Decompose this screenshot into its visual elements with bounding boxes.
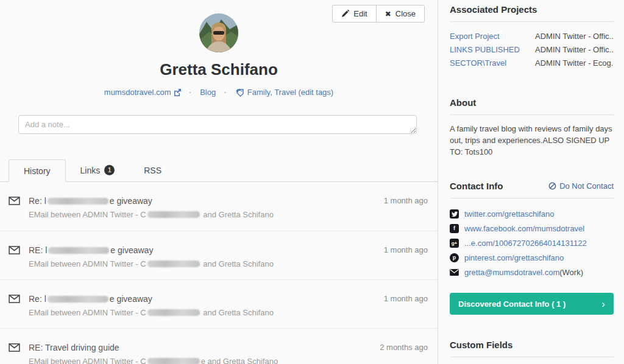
project-row: SECTOR\Travel ADMIN Twitter - Ecog... — [450, 57, 614, 70]
sidebar: Associated Projects Export Project ADMIN… — [439, 0, 624, 364]
redacted-text — [147, 261, 200, 267]
contact-info-title: Contact Info — [450, 181, 503, 191]
links-count-badge: 1 — [104, 165, 115, 175]
facebook-icon: f — [450, 224, 459, 233]
tab-links-label: Links — [80, 166, 101, 175]
website-link[interactable]: mumsdotravel.com — [104, 88, 171, 97]
close-button[interactable]: ✖ Close — [376, 5, 425, 23]
twitter-icon — [450, 209, 459, 219]
project-value: ADMIN Twitter - Ecog... — [535, 57, 614, 70]
divider — [450, 21, 614, 22]
projects-list: Export Project ADMIN Twitter - Offic... … — [450, 30, 614, 70]
history-timestamp: 1 month ago — [384, 294, 428, 303]
project-link[interactable]: LINKS PUBLISHED — [450, 43, 535, 57]
tab-history[interactable]: History — [9, 159, 66, 182]
contact-row: p pinterest.com/grettaschifano — [450, 250, 614, 265]
contact-row: f www.facebook.com/mumsdotravel — [450, 221, 614, 236]
divider — [450, 357, 614, 357]
header-actions: Edit ✖ Close — [332, 5, 425, 23]
redacted-text — [147, 211, 200, 218]
email-icon — [9, 343, 20, 352]
history-title: Re: le giveaway — [29, 294, 377, 304]
project-link[interactable]: SECTOR\Travel — [450, 57, 535, 70]
tab-rss-label: RSS — [144, 166, 161, 175]
about-text: A family travel blog with reviews of fam… — [450, 123, 614, 158]
contact-detail-panel: Edit ✖ Close Gretta Schifano mumsdotrave… — [0, 0, 438, 364]
email-icon — [450, 268, 459, 277]
edit-button-label: Edit — [353, 9, 367, 18]
history-subtitle: EMail between ADMIN Twitter - C and Gret… — [29, 259, 377, 268]
contact-link[interactable]: twitter.com/grettaschifano — [464, 209, 554, 219]
history-item[interactable]: Re: le giveaway EMail between ADMIN Twit… — [0, 182, 438, 231]
tab-bar: History Links 1 RSS — [0, 159, 438, 182]
profile-meta: mumsdotravel.com · Blog · Family, Travel… — [0, 88, 438, 97]
tags-link[interactable]: Family, Travel (edit tags) — [247, 88, 333, 97]
edit-button[interactable]: Edit — [332, 5, 376, 23]
contact-row: g+ ...e.com/100672702664014131122 — [450, 236, 614, 250]
project-link[interactable]: Export Project — [450, 30, 535, 43]
redacted-text — [48, 296, 108, 303]
history-item[interactable]: Re: le giveaway EMail between ADMIN Twit… — [0, 279, 438, 328]
associated-projects-title: Associated Projects — [450, 4, 614, 15]
about-title: About — [450, 97, 614, 108]
history-timestamp: 2 months ago — [380, 343, 428, 352]
chevron-right-icon: › — [601, 299, 605, 309]
contact-row: twitter.com/grettaschifano — [450, 206, 614, 221]
redacted-text — [48, 198, 108, 205]
email-icon — [9, 295, 20, 303]
discovered-contact-info-label: Discovered Contact Info ( 1 ) — [458, 299, 566, 309]
redacted-text — [147, 309, 200, 316]
meta-separator: · — [189, 88, 191, 97]
history-item[interactable]: RE: Travel driving guide EMail between A… — [0, 328, 438, 364]
history-item[interactable]: RE: le giveaway EMail between ADMIN Twit… — [0, 231, 438, 279]
pinterest-icon: p — [450, 253, 459, 262]
tab-links[interactable]: Links 1 — [66, 159, 130, 181]
do-not-contact-link[interactable]: Do Not Contact — [548, 181, 614, 191]
category-link[interactable]: Blog — [200, 88, 216, 97]
meta-separator: · — [224, 88, 227, 97]
discovered-contact-info-button[interactable]: Discovered Contact Info ( 1 ) › — [450, 293, 614, 315]
external-link-icon — [174, 89, 181, 96]
custom-fields-title: Custom Fields — [450, 340, 614, 350]
history-title: Re: le giveaway — [29, 196, 377, 206]
redacted-text — [147, 358, 200, 364]
history-list: Re: le giveaway EMail between ADMIN Twit… — [0, 182, 438, 364]
contact-link[interactable]: pinterest.com/grettaschifano — [464, 253, 564, 262]
project-row: Export Project ADMIN Twitter - Offic... — [450, 30, 614, 43]
do-not-contact-icon — [548, 182, 556, 190]
contact-link[interactable]: gretta@mumsdotravel.com — [464, 268, 559, 277]
contact-link[interactable]: www.facebook.com/mumsdotravel — [464, 224, 584, 233]
contact-link[interactable]: ...e.com/100672702664014131122 — [464, 239, 587, 248]
redacted-text — [48, 247, 109, 254]
history-title: RE: Travel driving guide — [29, 343, 372, 352]
project-row: LINKS PUBLISHED ADMIN Twitter - Offic... — [450, 43, 614, 57]
email-icon — [9, 246, 20, 254]
divider — [450, 198, 614, 198]
history-subtitle: EMail between ADMIN Twitter - C and Gret… — [29, 210, 377, 219]
tab-history-label: History — [24, 166, 51, 176]
note-input[interactable] — [18, 115, 417, 134]
pencil-icon — [341, 10, 349, 18]
project-value: ADMIN Twitter - Offic... — [535, 43, 614, 57]
email-icon — [9, 197, 20, 205]
history-title: RE: le giveaway — [29, 245, 377, 255]
project-value: ADMIN Twitter - Offic... — [535, 30, 614, 43]
history-subtitle: EMail between ADMIN Twitter - C and Gret… — [29, 308, 377, 317]
avatar — [199, 13, 238, 52]
history-timestamp: 1 month ago — [384, 196, 428, 205]
tab-rss[interactable]: RSS — [129, 159, 176, 181]
contact-row: gretta@mumsdotravel.com (Work) — [450, 265, 614, 279]
tags-icon — [235, 89, 244, 97]
googleplus-icon: g+ — [450, 239, 459, 248]
history-subtitle: EMail between ADMIN Twitter - Ce and Gre… — [29, 357, 372, 364]
contact-list: twitter.com/grettaschifano f www.faceboo… — [450, 206, 614, 279]
history-timestamp: 1 month ago — [384, 245, 428, 254]
close-icon: ✖ — [385, 10, 391, 18]
do-not-contact-label: Do Not Contact — [559, 181, 614, 191]
contact-link-suffix: (Work) — [559, 268, 583, 277]
page-title: Gretta Schifano — [0, 60, 438, 79]
divider — [450, 114, 614, 115]
close-button-label: Close — [395, 9, 416, 18]
